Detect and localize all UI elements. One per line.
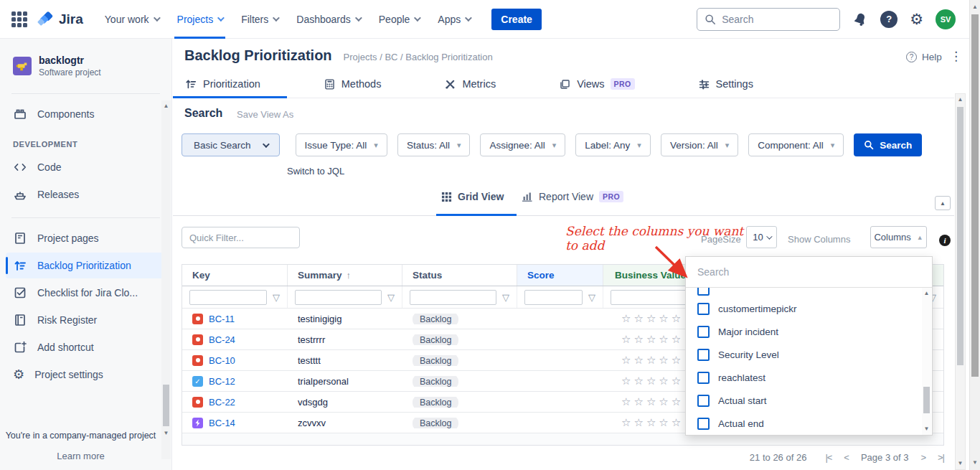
switch-to-jql-link[interactable]: Switch to JQL (287, 166, 344, 177)
column-option[interactable]: Security Level (686, 343, 932, 366)
star-rating[interactable]: ☆☆☆☆☆ (613, 395, 684, 408)
scroll-down-icon[interactable]: ▼ (970, 459, 980, 467)
create-button[interactable]: Create (491, 9, 542, 30)
scrollbar-thumb[interactable] (163, 385, 169, 426)
save-view-as-link[interactable]: Save View As (237, 109, 293, 120)
filter-label[interactable]: Label: Any▾ (575, 133, 651, 156)
column-header-score[interactable]: Score (517, 265, 603, 286)
column-header-summary[interactable]: Summary↑ (288, 265, 402, 286)
content-scrollbar[interactable]: ▲ ▼ (955, 93, 966, 470)
issue-key-link[interactable]: BC-11 (209, 314, 235, 324)
funnel-icon[interactable]: ▽ (273, 292, 280, 303)
notifications-bell-icon[interactable] (852, 11, 868, 27)
sidebar-scrollbar[interactable]: ▲ ▼ (161, 100, 171, 459)
nav-people[interactable]: People (379, 0, 420, 39)
star-rating[interactable]: ☆☆☆☆☆ (613, 416, 684, 428)
sidebar-item-code[interactable]: Code (6, 154, 166, 180)
jira-logo[interactable]: Jira (37, 11, 83, 28)
learn-more-link[interactable]: Learn more (0, 451, 161, 461)
user-avatar[interactable]: SV (936, 9, 956, 29)
score-filter-input[interactable] (524, 290, 583, 305)
sidebar-item-project-settings[interactable]: ⚙ Project settings (6, 362, 166, 387)
funnel-icon[interactable]: ▽ (387, 292, 395, 303)
page-scrollbar[interactable]: ▲ ▼ (969, 0, 980, 470)
scroll-up-icon[interactable]: ▲ (970, 3, 980, 11)
issue-key-link[interactable]: BC-12 (209, 376, 235, 387)
scroll-down-icon[interactable]: ▼ (161, 429, 171, 438)
scroll-down-icon[interactable]: ▼ (956, 459, 965, 468)
column-option[interactable]: customertimepickr (686, 297, 932, 320)
columns-button[interactable]: Columns ▲ (870, 226, 927, 248)
first-page-button[interactable]: |< (825, 452, 831, 463)
settings-gear-icon[interactable]: ⚙ (910, 11, 923, 27)
dropdown-scrollbar[interactable]: ▲ ▼ (922, 288, 931, 435)
columns-search-input[interactable] (686, 266, 932, 278)
breadcrumb[interactable]: Projects / BC / Backlog Prioritization (344, 52, 493, 62)
scroll-up-icon[interactable]: ▲ (161, 102, 171, 111)
search-button[interactable]: Search (854, 133, 922, 156)
column-option[interactable]: Actual start (686, 389, 932, 412)
nav-apps[interactable]: Apps (438, 0, 470, 39)
star-rating[interactable]: ☆☆☆☆☆ (613, 312, 684, 324)
star-rating[interactable]: ☆☆☆☆☆ (613, 375, 684, 387)
scrollbar-thumb[interactable] (971, 14, 979, 377)
star-rating[interactable]: ☆☆☆☆☆ (613, 333, 684, 345)
issue-key-link[interactable]: BC-22 (209, 397, 235, 408)
column-header-status[interactable]: Status (402, 265, 517, 286)
issue-key-link[interactable]: BC-10 (209, 355, 235, 366)
filter-component[interactable]: Component: All▾ (748, 133, 844, 156)
column-option[interactable]: reachlatest (686, 366, 932, 389)
sidebar-item-project-pages[interactable]: Project pages (6, 225, 166, 251)
nav-your-work[interactable]: Your work (105, 0, 159, 39)
funnel-icon[interactable]: ▽ (502, 292, 509, 303)
help-icon[interactable]: ? (880, 11, 897, 28)
nav-projects[interactable]: Projects (177, 0, 223, 39)
app-switcher-icon[interactable] (11, 11, 27, 27)
next-page-button[interactable]: > (920, 452, 925, 463)
funnel-icon[interactable]: ▽ (588, 292, 595, 303)
status-filter-input[interactable] (410, 290, 496, 305)
issue-key-link[interactable]: BC-24 (209, 334, 235, 345)
info-icon[interactable]: i (939, 235, 951, 246)
filter-status[interactable]: Status: All▾ (397, 133, 471, 156)
summary-filter-input[interactable] (295, 290, 382, 305)
nav-dashboards[interactable]: Dashboards (296, 0, 360, 39)
last-page-button[interactable]: >| (938, 452, 944, 463)
project-header[interactable]: backlogtr Software project (0, 39, 171, 89)
scroll-down-icon[interactable]: ▼ (922, 425, 931, 433)
kebab-menu-icon[interactable]: ⋮ (950, 49, 962, 64)
filter-version[interactable]: Version: All▾ (661, 133, 738, 156)
collapse-panel-button[interactable]: ▲ (935, 196, 951, 210)
quick-filter-input[interactable] (182, 227, 300, 248)
filter-issue-type[interactable]: Issue Type: All▾ (296, 133, 387, 156)
sidebar-item-checklist[interactable]: Checklist for Jira Clo... (6, 280, 166, 306)
filter-assignee[interactable]: Assignee: All▾ (480, 133, 565, 156)
scrollbar-thumb[interactable] (957, 107, 963, 365)
global-search[interactable] (697, 8, 840, 31)
tab-prioritization[interactable]: Prioritization (184, 77, 260, 90)
tab-views[interactable]: Views PRO (559, 78, 634, 90)
help-link[interactable]: ? Help (906, 52, 942, 62)
sidebar-item-components[interactable]: Components (6, 101, 166, 127)
tab-metrics[interactable]: Metrics (444, 78, 496, 90)
search-mode-select[interactable]: Basic Search (182, 133, 280, 156)
nav-filters[interactable]: Filters (241, 0, 278, 39)
column-option-partial[interactable] (686, 288, 932, 297)
sidebar-item-add-shortcut[interactable]: Add shortcut (6, 334, 166, 360)
column-option[interactable]: Actual end (686, 412, 932, 435)
sidebar-item-backlog-prioritization[interactable]: Backlog Prioritization (6, 253, 166, 278)
column-header-key[interactable]: Key (182, 265, 288, 286)
tab-report-view[interactable]: Report View PRO (522, 191, 623, 202)
tab-methods[interactable]: Methods (324, 78, 382, 90)
previous-page-button[interactable]: < (844, 452, 849, 463)
key-filter-input[interactable] (189, 290, 267, 305)
sidebar-item-releases[interactable]: Releases (6, 182, 166, 207)
global-search-input[interactable] (722, 14, 829, 25)
tab-grid-view[interactable]: Grid View (441, 191, 504, 202)
scrollbar-thumb[interactable] (923, 387, 930, 413)
tab-settings[interactable]: Settings (698, 78, 753, 90)
sidebar-item-risk-register[interactable]: Risk Register (6, 307, 166, 333)
star-rating[interactable]: ☆☆☆☆☆ (613, 354, 684, 366)
column-option[interactable]: Major incident (686, 320, 932, 343)
scroll-up-icon[interactable]: ▲ (956, 95, 965, 104)
